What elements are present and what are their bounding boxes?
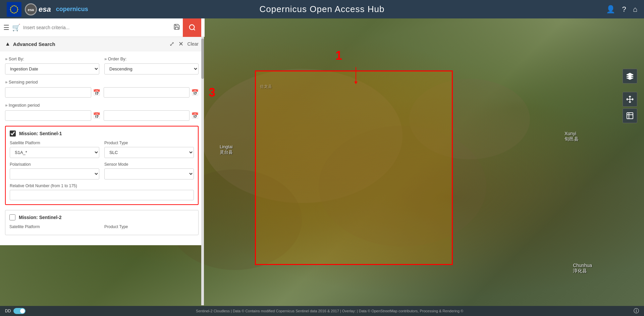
orbit-field: Relative Orbit Number (from 1 to 175) bbox=[10, 183, 194, 200]
order-by-label: » Order By: bbox=[104, 56, 199, 61]
advanced-search-controls: ⤢ ✕ Clear bbox=[169, 40, 199, 48]
svg-point-5 bbox=[17, 9, 18, 10]
map-label-xunyi: Xunyi旬邑县 bbox=[565, 131, 579, 142]
map-controls bbox=[623, 69, 637, 123]
mission1-checkbox[interactable] bbox=[10, 130, 16, 137]
close-icon[interactable]: ✕ bbox=[178, 40, 183, 48]
panel-scrollbar[interactable] bbox=[201, 37, 204, 305]
toggle-knob bbox=[20, 309, 25, 313]
svg-rect-21 bbox=[627, 113, 633, 119]
ingestion-to-calendar-icon[interactable]: 📅 bbox=[191, 112, 199, 119]
sensor-mode-label: Sensor Mode bbox=[104, 162, 194, 167]
ingestion-from-wrap: 📅 bbox=[5, 110, 100, 121]
sensing-from-wrap: 📅 bbox=[5, 87, 100, 98]
header-icons: 👤 ? ⌂ bbox=[606, 5, 637, 14]
satellite-platform-field: Satellite Platform S1A_* S1B_* S1A_ & S1… bbox=[10, 141, 99, 158]
order-by-select[interactable]: Descending Ascending bbox=[104, 63, 199, 74]
copernicus-logo: copernicus bbox=[56, 6, 88, 13]
mission2-header: Mission: Sentinel-2 bbox=[9, 214, 194, 220]
selection-box bbox=[255, 70, 453, 265]
menu-icon[interactable]: ☰ bbox=[3, 23, 9, 32]
ingestion-from-input[interactable] bbox=[5, 110, 91, 121]
esa-circle-icon: esa bbox=[25, 3, 37, 15]
sort-by-select[interactable]: Ingestion Date Sensing Date Cloud Covera… bbox=[5, 63, 99, 74]
collapse-icon[interactable]: ▲ bbox=[5, 41, 10, 47]
polarisation-label: Polarisation bbox=[10, 162, 99, 167]
sensor-mode-select[interactable]: IW EW WV SM bbox=[104, 168, 194, 179]
annotation-1: 1 bbox=[335, 49, 342, 63]
sensing-from-input[interactable] bbox=[5, 87, 91, 98]
clear-button[interactable]: Clear bbox=[187, 41, 199, 47]
mission2-satellite-platform-field: Satellite Platform bbox=[9, 224, 99, 231]
esa-text: esa bbox=[39, 5, 51, 14]
select-button[interactable] bbox=[623, 108, 637, 123]
svg-point-6 bbox=[17, 10, 18, 11]
sensing-to-calendar-icon[interactable]: 📅 bbox=[191, 89, 199, 96]
svg-point-11 bbox=[10, 9, 11, 10]
search-input[interactable] bbox=[23, 25, 171, 30]
dd-toggle: DD bbox=[5, 308, 25, 314]
sensing-from-calendar-icon[interactable]: 📅 bbox=[93, 89, 100, 96]
svg-point-13 bbox=[12, 6, 13, 7]
svg-point-7 bbox=[15, 12, 16, 13]
ingestion-to-wrap: 📅 bbox=[104, 110, 199, 121]
cart-icon[interactable]: 🛒 bbox=[12, 23, 20, 32]
advanced-search-body: » Sort By: Ingestion Date Sensing Date C… bbox=[0, 51, 204, 245]
mission2-title: Mission: Sentinel-2 bbox=[19, 215, 62, 220]
mission2-product-type-label: Product Type bbox=[104, 224, 194, 229]
eu-logo bbox=[7, 2, 21, 17]
polarisation-select[interactable]: HH VV HH+HV VV+VH bbox=[10, 168, 99, 179]
search-button[interactable] bbox=[183, 18, 201, 37]
expand-icon[interactable]: ⤢ bbox=[169, 40, 174, 48]
sort-by-col: » Sort By: Ingestion Date Sensing Date C… bbox=[5, 56, 99, 74]
map-label-chunhua: Chunhua淳化县 bbox=[573, 263, 592, 274]
save-icon[interactable] bbox=[173, 23, 180, 32]
advanced-search-panel: ▲ Advanced Search ⤢ ✕ Clear » Sort By: I… bbox=[0, 37, 204, 245]
svg-point-24 bbox=[189, 25, 194, 30]
satellite-platform-label: Satellite Platform bbox=[10, 141, 99, 145]
bottom-bar: DD Sentinel-2 Cloudless | Data © Contain… bbox=[0, 306, 644, 316]
svg-line-25 bbox=[194, 29, 195, 30]
sort-by-label: » Sort By: bbox=[5, 56, 99, 61]
sensing-period-label: » Sensing period bbox=[5, 80, 199, 85]
order-by-col: » Order By: Descending Ascending bbox=[104, 56, 199, 74]
sensor-mode-field: Sensor Mode IW EW WV SM bbox=[104, 162, 194, 179]
dd-label: DD bbox=[5, 309, 11, 313]
home-icon[interactable]: ⌂ bbox=[633, 5, 637, 14]
sensing-to-input[interactable] bbox=[104, 87, 190, 98]
svg-text:esa: esa bbox=[28, 8, 34, 12]
product-type-select[interactable]: SLC GRD OCN RAW bbox=[104, 147, 194, 158]
ingestion-period-row: 📅 📅 bbox=[5, 110, 199, 121]
polarisation-field: Polarisation HH VV HH+HV VV+VH bbox=[10, 162, 99, 179]
product-type-field: Product Type SLC GRD OCN RAW bbox=[104, 141, 194, 158]
svg-point-8 bbox=[14, 12, 15, 13]
svg-point-4 bbox=[17, 7, 18, 8]
advanced-search-title-area: ▲ Advanced Search bbox=[5, 41, 55, 47]
move-button[interactable] bbox=[623, 92, 637, 107]
svg-point-12 bbox=[10, 7, 11, 8]
mission1-header: Mission: Sentinel-1 bbox=[10, 130, 194, 137]
annotation-3: 3 bbox=[209, 86, 215, 100]
ingestion-to-input[interactable] bbox=[104, 110, 190, 121]
esa-logo: esa esa bbox=[25, 3, 51, 15]
scrollbar-thumb[interactable] bbox=[201, 39, 204, 79]
attribution-text: Sentinel-2 Cloudless | Data © Contains m… bbox=[196, 309, 463, 313]
orbit-input[interactable] bbox=[10, 190, 194, 200]
orbit-label: Relative Orbit Number (from 1 to 175) bbox=[10, 183, 194, 188]
product-type-label: Product Type bbox=[104, 141, 194, 145]
sort-order-row: » Sort By: Ingestion Date Sensing Date C… bbox=[5, 56, 199, 74]
satellite-platform-select[interactable]: S1A_* S1B_* S1A_ & S1B_* bbox=[10, 147, 99, 158]
toggle-switch[interactable] bbox=[13, 308, 25, 314]
mission1-box: Mission: Sentinel-1 Satellite Platform S… bbox=[5, 126, 199, 205]
mission2-checkbox[interactable] bbox=[9, 214, 15, 220]
mission2-fields: Satellite Platform Product Type bbox=[9, 224, 194, 231]
mission2-satellite-platform-label: Satellite Platform bbox=[9, 224, 99, 229]
arrow-1 bbox=[356, 67, 356, 82]
svg-point-9 bbox=[12, 12, 13, 13]
layers-button[interactable] bbox=[623, 69, 637, 84]
help-icon[interactable]: ? bbox=[622, 5, 626, 14]
ingestion-from-calendar-icon[interactable]: 📅 bbox=[93, 112, 100, 119]
info-icon[interactable]: ⓘ bbox=[634, 308, 639, 315]
user-icon[interactable]: 👤 bbox=[606, 5, 615, 14]
ingestion-period-label: » Ingestion period bbox=[5, 103, 199, 108]
